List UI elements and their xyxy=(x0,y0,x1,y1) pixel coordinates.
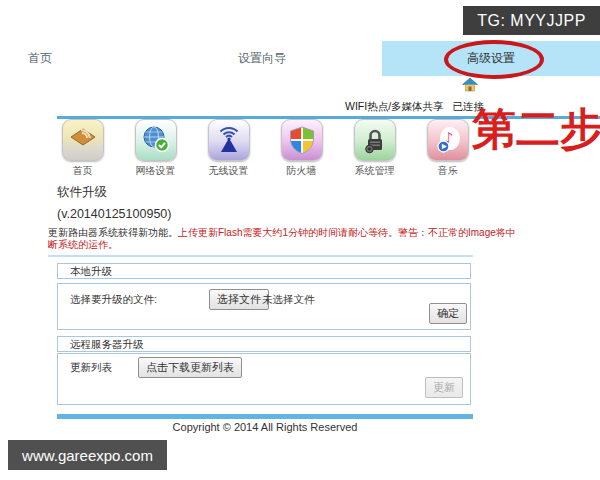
upgrade-notice: 更新路由器系统获得新功能。上传更新Flash需要大约1分钟的时间请耐心等待。警告… xyxy=(48,227,516,250)
tab-home[interactable]: 首页 xyxy=(28,41,52,76)
tg-watermark-badge: TG: MYYJJPP xyxy=(463,6,600,35)
home-indicator-icon xyxy=(462,77,478,93)
lock-gear-icon xyxy=(354,119,396,161)
local-upgrade-title: 本地升级 xyxy=(70,265,112,277)
download-update-list-button[interactable]: 点击下载更新列表 xyxy=(138,357,242,378)
nav-label: 音乐 xyxy=(438,164,458,178)
firmware-version: (v.20140125100950) xyxy=(57,207,171,221)
file-select-label: 选择要升级的文件: xyxy=(70,293,157,307)
local-upgrade-header: 本地升级 xyxy=(57,263,471,279)
music-note-icon: ♪ xyxy=(427,119,469,161)
update-list-label: 更新列表 xyxy=(70,361,112,375)
connection-status-bar: WIFI热点/多媒体共享已连接 xyxy=(345,100,484,114)
router-admin-screen: TG: MYYJJPP 首页 设置向导 高级设置 WIFI热点/多媒体共享已连接… xyxy=(0,0,600,480)
page-title: 软件升级 xyxy=(57,184,107,201)
annotation-circle xyxy=(444,40,544,79)
nav-label: 首页 xyxy=(73,164,93,178)
nav-label: 网络设置 xyxy=(136,164,176,178)
nav-item-system-management[interactable]: 系统管理 xyxy=(338,119,411,178)
choose-file-button[interactable]: 选择文件 xyxy=(209,289,269,310)
remote-upgrade-title: 远程服务器升级 xyxy=(70,338,144,350)
no-file-selected-text: 未选择文件 xyxy=(262,293,315,307)
remote-upgrade-panel: 更新列表 点击下载更新列表 更新 xyxy=(57,353,471,405)
globe-check-icon xyxy=(135,119,177,161)
remote-upgrade-header: 远程服务器升级 xyxy=(57,336,471,352)
nav-label: 防火墙 xyxy=(287,164,317,178)
footer-divider xyxy=(57,414,473,419)
local-upgrade-panel: 选择要升级的文件: 选择文件 未选择文件 确定 xyxy=(57,283,471,330)
nav-item-wireless-settings[interactable]: 无线设置 xyxy=(192,119,265,178)
step-annotation: 第二步 xyxy=(472,104,600,155)
copyright-text: Copyright © 2014 All Rights Reserved xyxy=(57,421,473,433)
nav-item-firewall[interactable]: 防火墙 xyxy=(265,119,338,178)
section-divider xyxy=(48,255,473,257)
confirm-button[interactable]: 确定 xyxy=(429,303,467,324)
shield-icon xyxy=(281,119,323,161)
site-watermark: www.gareexpo.com xyxy=(8,440,167,470)
nav-item-network-settings[interactable]: 网络设置 xyxy=(119,119,192,178)
nav-label: 无线设置 xyxy=(209,164,249,178)
nav-label: 系统管理 xyxy=(355,164,395,178)
nav-item-home[interactable]: 首页 xyxy=(46,119,119,178)
notice-normal-text: 更新路由器系统获得新功能。 xyxy=(48,227,178,238)
tab-setup-wizard[interactable]: 设置向导 xyxy=(238,41,286,76)
home-icon xyxy=(62,119,104,161)
antenna-icon xyxy=(208,119,250,161)
update-button[interactable]: 更新 xyxy=(425,377,463,398)
wifi-share-label: WIFI热点/多媒体共享 xyxy=(345,100,444,112)
nav-icon-row: 首页 网络设置 xyxy=(46,119,484,178)
